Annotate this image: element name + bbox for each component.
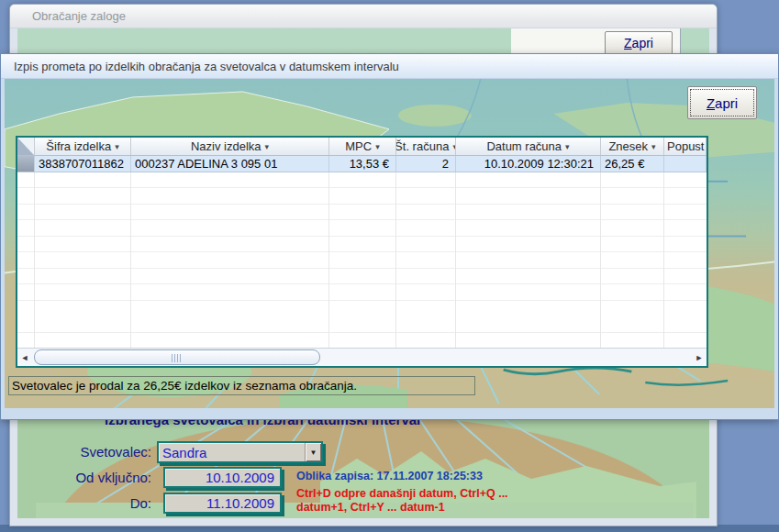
- status-textbox[interactable]: Svetovalec je prodal za 26,25€ izdelkov …: [8, 376, 475, 395]
- scrollbar-thumb[interactable]: [34, 349, 320, 365]
- do-date-field[interactable]: 11.10.2009: [163, 493, 282, 514]
- shortcut-note: Ctrl+D odpre današnji datum, Ctrl+Q ... …: [296, 487, 508, 515]
- cell-mpc[interactable]: 13,53 €: [329, 156, 396, 172]
- od-date-field[interactable]: 10.10.2009: [163, 467, 282, 488]
- column-header-datum-racuna[interactable]: Datum računa ▾: [456, 138, 601, 155]
- column-header-naziv-izdelka[interactable]: Naziv izdelka ▾: [131, 138, 329, 155]
- cell-znesek[interactable]: 26,25 €: [601, 156, 664, 172]
- chevron-down-icon: ▼: [310, 449, 317, 457]
- window-title: Obračanje zaloge: [32, 9, 126, 23]
- filter-arrow-icon[interactable]: ▾: [115, 142, 119, 151]
- combo-dropdown-button[interactable]: ▼: [305, 443, 321, 461]
- window-content: Zapri Šifra izdelka ▾ Naziv izdelka ▾ MP…: [5, 79, 774, 408]
- window-izpis-prometa: Izpis prometa po izdelkih obračanja za s…: [0, 53, 779, 420]
- shortcut-note-line1: Ctrl+D odpre današnji datum, Ctrl+Q ...: [296, 487, 508, 501]
- titlebar-izpis-prometa[interactable]: Izpis prometa po izdelkih obračanja za s…: [1, 54, 778, 79]
- cell-sifra[interactable]: 3838707011862: [35, 156, 131, 172]
- scrollbar-grip-icon: [172, 354, 183, 362]
- scroll-left-arrow-icon[interactable]: ◄: [17, 349, 32, 366]
- column-header-sifra-izdelka[interactable]: Šifra izdelka ▾: [35, 138, 131, 155]
- filter-arrow-icon[interactable]: ▾: [265, 142, 270, 151]
- table-row-selected[interactable]: 3838707011862 000237 ADELINA 3 095 01 13…: [17, 156, 707, 172]
- column-header-popust[interactable]: Popust: [664, 138, 707, 155]
- grid-gridline: [395, 172, 396, 348]
- panel-divider: [680, 28, 681, 56]
- cell-popust[interactable]: [664, 156, 707, 172]
- grid-gridline: [455, 172, 456, 348]
- scroll-right-arrow-icon[interactable]: ►: [692, 349, 707, 366]
- filter-arrow-icon[interactable]: ▾: [375, 142, 380, 151]
- window-title: Izpis prometa po izdelkih obračanja za s…: [14, 60, 399, 73]
- shortcut-note-line2: datum+1, Ctrl+Y ... datum-1: [296, 501, 508, 515]
- close-zapri-button-background[interactable]: Zapri: [605, 31, 673, 55]
- cell-naziv[interactable]: 000237 ADELINA 3 095 01: [131, 156, 329, 172]
- od-date-value: 10.10.2009: [165, 470, 280, 485]
- grid-empty-rows[interactable]: [17, 172, 707, 348]
- do-date-value: 11.10.2009: [165, 495, 280, 511]
- grid-gridline: [663, 172, 664, 348]
- cell-datum-racuna[interactable]: 10.10.2009 12:30:21: [456, 156, 601, 172]
- column-header-znesek[interactable]: Znesek ▾: [601, 138, 664, 155]
- svetovalec-label: Svetovalec:: [45, 444, 151, 460]
- grid-select-all-corner[interactable]: [17, 138, 35, 155]
- grid-gridline: [34, 172, 35, 348]
- grid-header-row: Šifra izdelka ▾ Naziv izdelka ▾ MPC ▾ Št…: [17, 138, 707, 156]
- close-zapri-button[interactable]: Zapri: [687, 86, 757, 119]
- do-label: Do:: [45, 495, 151, 511]
- horizontal-scrollbar[interactable]: ◄ ►: [17, 348, 707, 366]
- svetovalec-value: Sandra: [159, 445, 305, 460]
- row-selector[interactable]: [17, 156, 35, 172]
- cell-st-racuna[interactable]: 2: [396, 156, 456, 172]
- titlebar-obracanje-zaloge[interactable]: Obračanje zaloge: [10, 5, 717, 28]
- filter-arrow-icon[interactable]: ▾: [651, 142, 656, 151]
- grid-gridline: [600, 172, 601, 348]
- grid-gridline: [130, 172, 131, 348]
- promet-datagrid: Šifra izdelka ▾ Naziv izdelka ▾ MPC ▾ Št…: [16, 136, 708, 368]
- format-note: Oblika zapisa: 17.11.2007 18:25:33: [296, 470, 483, 482]
- svetovalec-combobox[interactable]: Sandra ▼: [157, 441, 323, 463]
- od-vkljucno-label: Od vključno:: [45, 470, 151, 485]
- column-header-mpc[interactable]: MPC ▾: [329, 138, 396, 155]
- column-header-st-racuna[interactable]: Št. računa ▾: [396, 138, 456, 155]
- filter-arrow-icon[interactable]: ▾: [565, 142, 570, 151]
- grid-gridline: [328, 172, 329, 348]
